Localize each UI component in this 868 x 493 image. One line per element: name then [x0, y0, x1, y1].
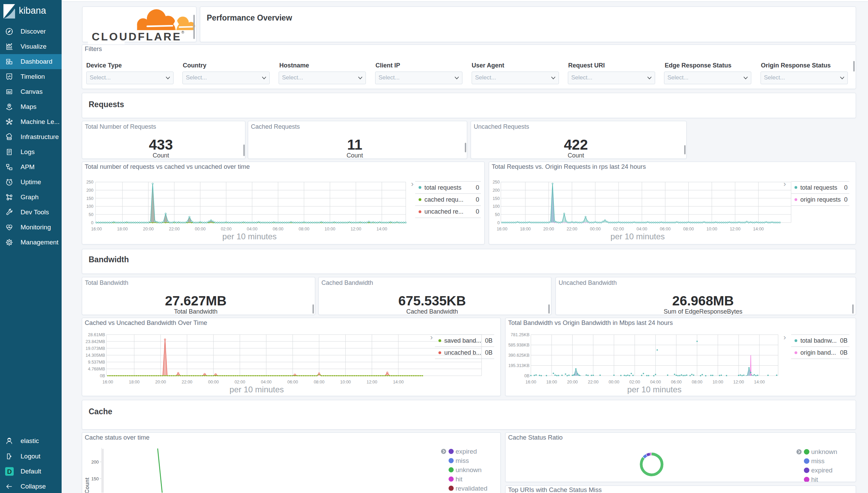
svg-text:22:00: 22:00: [588, 380, 598, 384]
svg-text:origin requests: origin requests: [800, 196, 841, 203]
svg-text:0: 0: [476, 208, 479, 215]
svg-text:9.537MB: 9.537MB: [88, 360, 105, 365]
svg-text:revalidated: revalidated: [456, 485, 487, 492]
svg-text:per 10 minutes: per 10 minutes: [627, 385, 682, 394]
svg-text:06:00: 06:00: [287, 380, 298, 384]
svg-text:Total number of requests vs ca: Total number of requests vs cached vs un…: [85, 163, 250, 170]
svg-text:0: 0: [476, 184, 479, 191]
svg-text:00:00: 00:00: [609, 380, 619, 384]
svg-text:miss: miss: [456, 457, 469, 464]
svg-text:150: 150: [493, 196, 500, 201]
svg-text:total requests: total requests: [424, 184, 461, 191]
svg-text:10:00: 10:00: [706, 227, 717, 231]
svg-text:18:00: 18:00: [117, 227, 128, 231]
svg-text:20:00: 20:00: [155, 380, 166, 384]
svg-text:100: 100: [493, 204, 500, 209]
svg-text:04:00: 04:00: [261, 380, 271, 384]
svg-text:›: ›: [783, 333, 786, 342]
svg-text:0: 0: [476, 196, 479, 203]
svg-text:cached requ...: cached requ...: [424, 196, 463, 203]
svg-text:12:00: 12:00: [367, 380, 377, 384]
svg-text:19.073MB: 19.073MB: [86, 346, 105, 351]
svg-text:0: 0: [844, 196, 847, 203]
svg-text:08:00: 08:00: [299, 227, 309, 231]
svg-text:200: 200: [91, 459, 99, 465]
svg-text:0: 0: [91, 220, 93, 225]
svg-text:Count: Count: [84, 477, 90, 493]
svg-text:14:00: 14:00: [754, 380, 765, 384]
svg-text:06:00: 06:00: [273, 227, 283, 231]
svg-text:Cache status over time: Cache status over time: [85, 434, 150, 441]
svg-text:10:00: 10:00: [340, 380, 351, 384]
svg-text:08:00: 08:00: [314, 380, 324, 384]
svg-text:0B: 0B: [524, 374, 529, 378]
svg-text:12:00: 12:00: [733, 380, 744, 384]
svg-text:Cached vs Uncached Bandwidth O: Cached vs Uncached Bandwidth Over Time: [85, 319, 207, 326]
svg-text:16:00: 16:00: [91, 227, 102, 231]
svg-text:0: 0: [497, 220, 500, 225]
svg-text:23.842MB: 23.842MB: [86, 339, 105, 344]
svg-text:02:00: 02:00: [629, 380, 640, 384]
svg-text:›: ›: [411, 180, 413, 188]
svg-text:10:00: 10:00: [713, 380, 723, 384]
svg-text:22:00: 22:00: [169, 227, 180, 231]
svg-text:expired: expired: [811, 467, 832, 474]
svg-text:uncached b...: uncached b...: [444, 349, 481, 356]
svg-text:16:00: 16:00: [497, 227, 507, 231]
svg-text:origin band...: origin band...: [800, 349, 836, 356]
svg-text:16:00: 16:00: [525, 380, 536, 384]
svg-text:14:00: 14:00: [393, 380, 404, 384]
svg-text:0B: 0B: [100, 374, 105, 378]
svg-text:22:00: 22:00: [182, 380, 192, 384]
svg-text:hit: hit: [811, 476, 818, 482]
svg-text:14:00: 14:00: [376, 227, 387, 231]
svg-text:18:00: 18:00: [129, 380, 139, 384]
svg-text:saved band...: saved band...: [444, 337, 481, 344]
svg-text:150: 150: [91, 476, 99, 481]
svg-text:10:00: 10:00: [324, 227, 335, 231]
svg-text:200: 200: [493, 188, 500, 193]
svg-text:hit: hit: [456, 476, 463, 483]
svg-text:50: 50: [495, 212, 500, 217]
svg-text:Total Requests vs. Origin Requ: Total Requests vs. Origin Requests in rp…: [492, 163, 646, 170]
svg-text:781.25KB: 781.25KB: [511, 332, 529, 337]
svg-text:4.768MB: 4.768MB: [88, 367, 105, 371]
svg-text:expired: expired: [456, 448, 477, 455]
svg-text:22:00: 22:00: [566, 227, 577, 231]
svg-text:unknown: unknown: [811, 448, 837, 455]
svg-text:0B: 0B: [485, 349, 493, 356]
svg-text:00:00: 00:00: [208, 380, 219, 384]
svg-text:195.313KB: 195.313KB: [508, 363, 529, 368]
svg-text:28.61MB: 28.61MB: [88, 332, 105, 337]
svg-text:›: ›: [430, 333, 433, 342]
svg-text:18:00: 18:00: [546, 380, 557, 384]
svg-text:08:00: 08:00: [683, 227, 694, 231]
svg-text:06:00: 06:00: [671, 380, 681, 384]
svg-text:00:00: 00:00: [590, 227, 601, 231]
svg-text:®: ®: [181, 30, 184, 34]
svg-text:Total Bandwidth vs Origin Band: Total Bandwidth vs Origin Bandwidth in M…: [508, 319, 673, 326]
svg-text:CLOUDFLARE: CLOUDFLARE: [92, 30, 181, 42]
svg-text:02:00: 02:00: [613, 227, 624, 231]
svg-text:20:00: 20:00: [567, 380, 578, 384]
svg-text:12:00: 12:00: [350, 227, 361, 231]
svg-text:18:00: 18:00: [520, 227, 531, 231]
svg-text:00:00: 00:00: [195, 227, 205, 231]
svg-text:150: 150: [86, 196, 93, 201]
svg-text:250: 250: [493, 180, 500, 185]
svg-text:20:00: 20:00: [543, 227, 554, 231]
svg-text:250: 250: [86, 180, 93, 185]
svg-text:14.305MB: 14.305MB: [86, 353, 105, 358]
svg-text:uncached re...: uncached re...: [424, 208, 463, 215]
svg-text:12:00: 12:00: [730, 227, 740, 231]
svg-text:200: 200: [86, 188, 93, 193]
svg-text:06:00: 06:00: [660, 227, 671, 231]
svg-text:unknown: unknown: [456, 466, 482, 473]
svg-text:per 10 minutes: per 10 minutes: [222, 232, 277, 241]
svg-text:04:00: 04:00: [247, 227, 257, 231]
svg-text:02:00: 02:00: [221, 227, 231, 231]
svg-text:14:00: 14:00: [753, 227, 764, 231]
svg-text:per 10 minutes: per 10 minutes: [230, 385, 284, 394]
svg-text:0B: 0B: [840, 349, 847, 356]
svg-text:0B: 0B: [485, 337, 493, 344]
